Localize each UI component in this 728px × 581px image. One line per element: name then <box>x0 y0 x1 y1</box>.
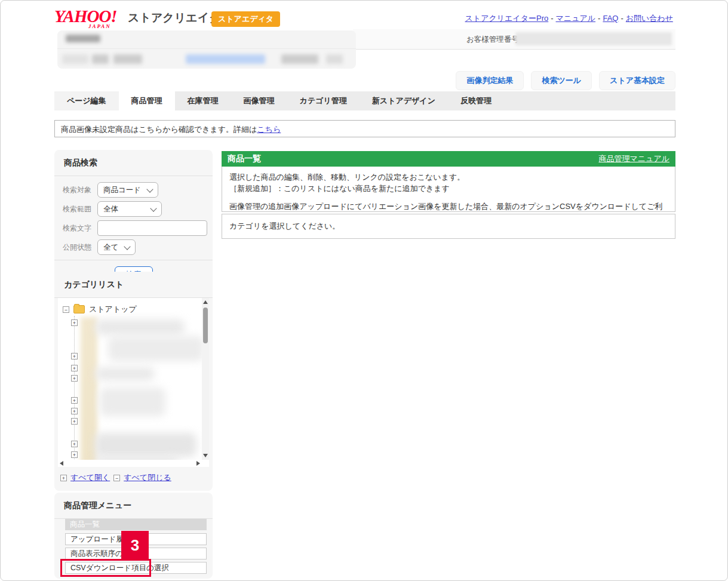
tree-content-redacted <box>95 319 185 335</box>
store-nav-redacted <box>281 54 318 64</box>
tree-root-node: − ストアトップ <box>63 304 137 315</box>
tree-content-redacted <box>95 367 155 380</box>
search-target-select[interactable]: 商品コード <box>97 182 158 198</box>
customer-number-redacted <box>515 32 672 45</box>
expand-all-icon: + <box>60 475 67 481</box>
category-list-panel: カテゴリリスト − ストアトップ + + + + + + + + + + <box>54 272 213 491</box>
product-management-menu-panel: 商品管理メニュー 商品一覧 アップロード履歴 商品表示順序の変更 CSVダウンロ… <box>54 493 213 579</box>
notice-detail-link[interactable]: こちら <box>257 125 281 134</box>
nav-link-faq[interactable]: FAQ <box>603 14 618 23</box>
nav-separator: - <box>598 14 600 23</box>
tab-category-management[interactable]: カテゴリ管理 <box>287 91 360 110</box>
tree-vertical-scrollbar-thumb[interactable] <box>203 308 208 343</box>
store-creator-pro-page: YAHOO! JAPAN ストアクリエイターPro ストアエディタ ストアクリエ… <box>0 0 728 581</box>
tree-content-redacted <box>100 388 165 416</box>
tab-product-management[interactable]: 商品管理 <box>119 91 175 110</box>
publish-status-label: 公開状態 <box>63 242 97 253</box>
expand-node-icon[interactable]: + <box>71 397 78 404</box>
expand-node-icon[interactable]: + <box>71 418 78 425</box>
chevron-down-icon <box>124 243 130 250</box>
tab-new-store-design[interactable]: 新ストアデザイン <box>360 91 448 110</box>
nav-link-manual[interactable]: マニュアル <box>556 14 596 23</box>
expand-node-icon[interactable]: + <box>71 441 78 447</box>
header-action-buttons: 画像判定結果 検索ツール ストア基本設定 <box>54 71 675 90</box>
menu-item-product-list[interactable]: 商品一覧 <box>65 519 207 530</box>
store-nav-redacted <box>113 54 142 64</box>
scroll-up-icon[interactable] <box>203 300 208 304</box>
tab-page-edit[interactable]: ページ編集 <box>54 91 119 110</box>
yahoo-japan-logo[interactable]: YAHOO! JAPAN <box>54 7 126 30</box>
store-card-divider <box>57 48 356 49</box>
expand-all-link[interactable]: すべて開く <box>70 472 110 483</box>
search-tool-button[interactable]: 検索ツール <box>531 71 592 90</box>
tab-image-management[interactable]: 画像管理 <box>231 91 287 110</box>
collapse-all-link[interactable]: すべて閉じる <box>124 472 171 483</box>
product-list-description: 選択した商品の編集、削除、移動、リンクの設定をおこないます。 ［新規追加］：この… <box>222 167 675 212</box>
expand-node-icon[interactable]: + <box>71 408 78 414</box>
nav-separator: - <box>551 14 553 23</box>
product-list-header: 商品一覧 商品管理マニュアル <box>222 151 675 167</box>
expand-node-icon[interactable]: + <box>71 319 78 326</box>
tree-expand-links: + すべて開く − すべて閉じる <box>54 467 213 491</box>
folder-icon <box>73 305 85 313</box>
tree-root-label[interactable]: ストアトップ <box>89 304 137 315</box>
product-search-panel: 商品検索 検索対象 商品コード 検索範囲 全体 検索文字 <box>54 150 213 290</box>
expand-node-icon[interactable]: + <box>71 365 78 371</box>
tab-reflect-management[interactable]: 反映管理 <box>448 91 504 110</box>
scroll-down-icon[interactable] <box>203 454 208 457</box>
chevron-down-icon <box>146 186 153 192</box>
search-range-value: 全体 <box>103 204 118 214</box>
description-line: 選択した商品の編集、削除、移動、リンクの設定をおこないます。 <box>229 171 668 183</box>
chevron-down-icon <box>150 205 156 211</box>
annotation-step-badge: 3 <box>121 531 149 560</box>
search-range-label: 検索範囲 <box>63 204 97 214</box>
product-search-title: 商品検索 <box>54 150 213 176</box>
search-target-row: 検索対象 商品コード <box>63 182 204 198</box>
tab-stock-management[interactable]: 在庫管理 <box>175 91 231 110</box>
tree-horizontal-scrollbar[interactable] <box>58 460 202 467</box>
scroll-right-icon[interactable] <box>196 461 200 466</box>
publish-status-select[interactable]: 全て <box>97 239 136 255</box>
nav-link-storecreator[interactable]: ストアクリエイターPro <box>465 14 549 23</box>
nav-link-contact[interactable]: お問い合わせ <box>626 14 673 23</box>
search-text-input[interactable] <box>97 220 207 236</box>
collapse-node-icon[interactable]: − <box>63 306 69 313</box>
search-target-label: 検索対象 <box>63 185 97 195</box>
store-basic-settings-button[interactable]: ストア基本設定 <box>599 71 675 90</box>
category-list-title: カテゴリリスト <box>54 272 213 298</box>
scroll-left-icon[interactable] <box>60 461 63 466</box>
image-judgement-button[interactable]: 画像判定結果 <box>456 71 524 90</box>
search-range-select[interactable]: 全体 <box>97 201 162 217</box>
store-summary-card <box>57 30 356 69</box>
product-management-menu-title: 商品管理メニュー <box>54 493 213 519</box>
store-nav-redacted <box>92 54 109 64</box>
store-name-redacted <box>66 35 100 42</box>
collapse-all-icon: − <box>113 475 120 481</box>
notice-bar: 商品画像未設定商品はこちらから確認できます。詳細はこちら <box>54 120 675 137</box>
category-tree: − ストアトップ + + + + + + + + + + <box>58 298 209 467</box>
search-range-row: 検索範囲 全体 <box>63 201 204 217</box>
menu-item-csv-download-fields[interactable]: CSVダウンロード項目の選択 <box>65 562 207 574</box>
main-tab-bar: ページ編集 商品管理 在庫管理 画像管理 カテゴリ管理 新ストアデザイン 反映管… <box>54 91 675 110</box>
store-nav-redacted <box>62 54 88 64</box>
store-editor-badge: ストアエディタ <box>211 11 280 27</box>
nav-separator: - <box>621 14 623 23</box>
japan-logo-text: JAPAN <box>88 23 111 29</box>
product-list-title: 商品一覧 <box>228 153 261 164</box>
publish-status-value: 全て <box>103 242 118 253</box>
publish-status-row: 公開状態 全て <box>63 239 204 255</box>
store-info-area: お客様管理番号： <box>54 29 675 71</box>
expand-node-icon[interactable]: + <box>71 353 78 359</box>
search-target-value: 商品コード <box>103 185 141 195</box>
expand-node-icon[interactable]: + <box>71 451 78 458</box>
product-management-manual-link[interactable]: 商品管理マニュアル <box>598 153 669 164</box>
expand-node-icon[interactable]: + <box>71 375 78 382</box>
search-text-row: 検索文字 <box>63 220 204 236</box>
tree-vertical-scrollbar[interactable] <box>202 298 209 460</box>
search-text-label: 検索文字 <box>63 223 97 233</box>
product-search-body: 検索対象 商品コード 検索範囲 全体 検索文字 公開状態 <box>54 176 213 255</box>
description-line: ［新規追加］：このリストにはない商品を新たに追加できます <box>229 183 668 194</box>
tree-content-redacted <box>95 433 196 457</box>
store-nav-redacted <box>326 54 343 64</box>
tree-content-redacted <box>108 336 204 361</box>
